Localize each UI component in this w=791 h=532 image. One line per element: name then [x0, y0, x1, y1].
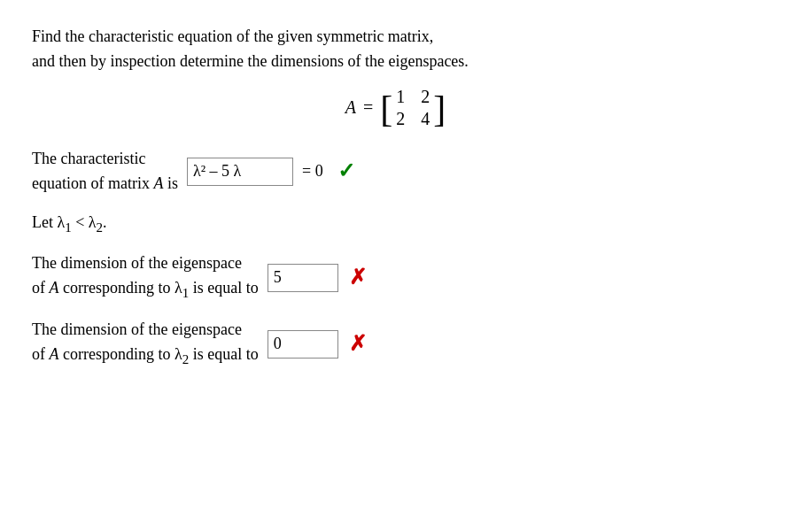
- eigenspace2-prefix: The dimension of the eigenspace of A cor…: [32, 318, 259, 370]
- char-eq-line2: equation of matrix A is: [32, 174, 178, 192]
- eigenspace1-line2: of A corresponding to λ1 is equal to: [32, 279, 259, 297]
- eigenspace2-input[interactable]: [268, 330, 338, 359]
- eigenspace1-input[interactable]: [268, 264, 338, 292]
- page-container: Find the characteristic equation of the …: [0, 0, 791, 532]
- eigenspace1-row: The dimension of the eigenspace of A cor…: [32, 251, 759, 304]
- intro-line1: Find the characteristic equation of the …: [32, 27, 433, 45]
- intro-line2: and then by inspection determine the dim…: [32, 52, 469, 70]
- char-eq-section: The characteristic equation of matrix A …: [32, 147, 759, 197]
- matrix-cell-r0c1: 2: [421, 87, 430, 107]
- matrix-display: A = [ 1 2 2 4 ]: [32, 87, 759, 129]
- right-bracket: ]: [433, 90, 446, 127]
- eigenspace2-line2: of A corresponding to λ2 is equal to: [32, 345, 259, 363]
- eigenspace1-prefix: The dimension of the eigenspace of A cor…: [32, 251, 259, 304]
- matrix-cell-r0c0: 1: [396, 87, 405, 107]
- matrix-cell-r1c0: 2: [396, 109, 405, 129]
- char-eq-checkmark: ✓: [337, 153, 355, 189]
- matrix-equals: =: [363, 97, 373, 118]
- lambda-order-line: Let λ1 < λ2.: [32, 211, 759, 238]
- eigenspace1-section: The dimension of the eigenspace of A cor…: [32, 251, 759, 304]
- eigenspace2-xmark: ✗: [349, 326, 367, 362]
- lambda-order-text: Let λ1 < λ2.: [32, 213, 107, 231]
- char-eq-row: The characteristic equation of matrix A …: [32, 147, 759, 197]
- matrix-label: A: [345, 97, 356, 118]
- char-eq-input[interactable]: [187, 158, 293, 186]
- matrix-grid: 1 2 2 4: [396, 87, 430, 129]
- eigenspace1-xmark: ✗: [349, 259, 367, 296]
- eigenspace1-line1: The dimension of the eigenspace: [32, 254, 242, 272]
- eigenspace2-line1: The dimension of the eigenspace: [32, 320, 242, 338]
- eigenspace2-section: The dimension of the eigenspace of A cor…: [32, 318, 759, 370]
- eigenspace2-row: The dimension of the eigenspace of A cor…: [32, 318, 759, 370]
- char-eq-prefix: The characteristic equation of matrix A …: [32, 147, 178, 197]
- matrix-cell-r1c1: 4: [421, 109, 430, 129]
- char-eq-line1: The characteristic: [32, 150, 145, 167]
- left-bracket: [: [380, 90, 392, 127]
- matrix-bracket: [ 1 2 2 4 ]: [380, 87, 446, 129]
- char-eq-equals-zero: = 0: [302, 158, 323, 185]
- intro-text: Find the characteristic equation of the …: [32, 25, 759, 74]
